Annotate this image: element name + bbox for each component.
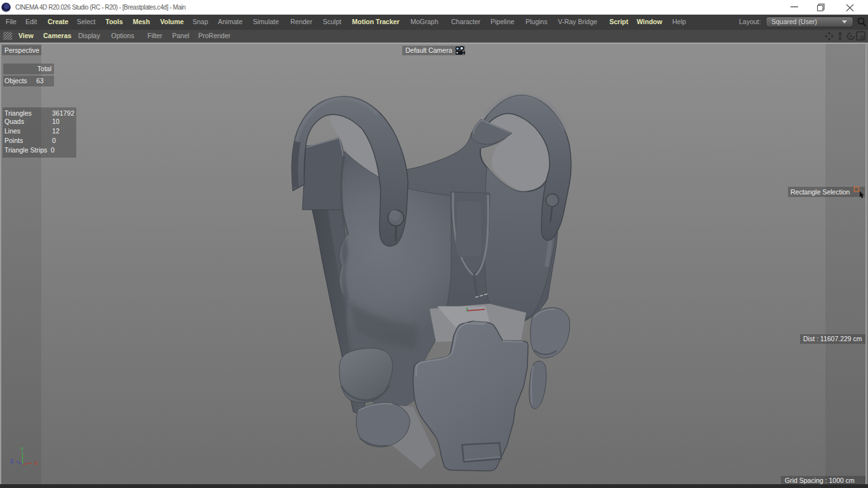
svg-text:X: X <box>34 459 38 466</box>
svg-text:Y: Y <box>20 445 25 452</box>
svg-text:Z: Z <box>10 458 14 464</box>
svg-text:Squared (User): Squared (User) <box>771 18 817 25</box>
